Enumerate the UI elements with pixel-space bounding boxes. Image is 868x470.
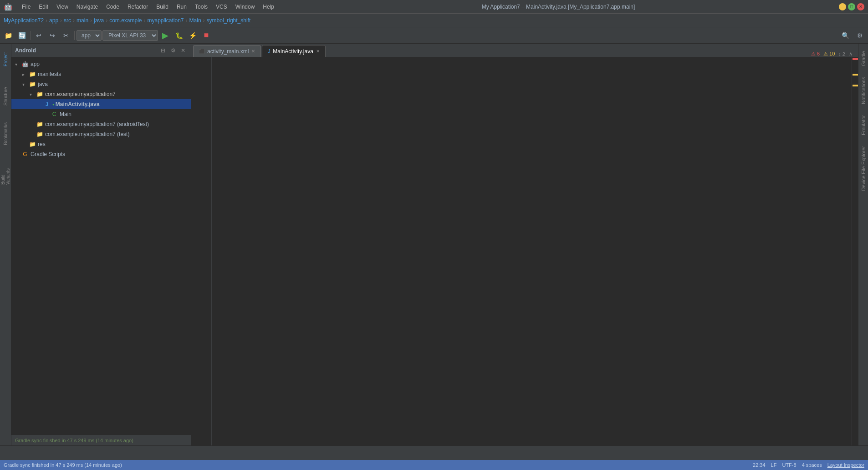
tree-item-label: manifests [38, 71, 61, 77]
tree-item-label: app [31, 61, 40, 67]
sync-button[interactable]: 🔄 [15, 29, 28, 42]
tree-item-res[interactable]: 📁res [11, 139, 191, 149]
minimize-button[interactable]: — [839, 3, 846, 10]
notifications-tab[interactable]: Notifications [859, 71, 868, 110]
breadcrumb-part-3[interactable]: main [77, 17, 88, 24]
tree-expand-icon[interactable]: ▾ [15, 62, 21, 67]
status-charset[interactable]: UTF-8 [782, 462, 796, 468]
structure-tab[interactable]: Structure [1, 83, 10, 110]
menu-item-code[interactable]: Code [102, 2, 123, 11]
breadcrumb-sep: › [144, 17, 146, 24]
menu-item-navigate[interactable]: Navigate [73, 2, 102, 11]
tree-expand-icon[interactable]: ▸ [22, 72, 29, 77]
menu-item-run[interactable]: Run [173, 2, 190, 11]
breadcrumb-part-6[interactable]: myapplication7 [148, 17, 184, 24]
tree-item-Gradle Scripts[interactable]: GGradle Scripts [11, 149, 191, 159]
editor-tabs: ⬛ activity_main.xml ✕ J MainActivity.jav… [191, 44, 858, 57]
project-tab[interactable]: Project [1, 45, 10, 73]
menu-item-file[interactable]: File [18, 2, 34, 11]
tree-item-MainActivity.java[interactable]: J●MainActivity.java [11, 99, 191, 109]
run-button[interactable]: ▶ [159, 29, 172, 42]
status-position[interactable]: 22:34 [753, 462, 766, 468]
close-button[interactable]: ✕ [857, 3, 864, 10]
tree-item-com.example.myapplication7.androidTest[interactable]: 📁com.example.myapplication7 (androidTest… [11, 119, 191, 129]
tree-active-indicator: ● [52, 102, 55, 106]
tab-mainactivity[interactable]: J MainActivity.java ✕ [262, 45, 325, 57]
menu-item-view[interactable]: View [53, 2, 72, 11]
bottom-toolbar [0, 445, 868, 460]
search-button[interactable]: 🔍 [839, 29, 852, 42]
sidebar-hide-button[interactable]: ✕ [179, 46, 187, 55]
breadcrumb-part-0[interactable]: MyApplication72 [4, 17, 44, 24]
tab-activity-main[interactable]: ⬛ activity_main.xml ✕ [193, 45, 261, 57]
code-content[interactable] [220, 57, 852, 445]
warning-mark-2[interactable] [853, 85, 858, 86]
tab-main-close[interactable]: ✕ [316, 49, 320, 54]
debug-button[interactable]: 🐛 [173, 29, 185, 42]
tree-item-icon: 📁 [29, 71, 36, 78]
profile-button[interactable]: ⚡ [186, 29, 199, 42]
right-error-gutter [852, 57, 858, 445]
tree-item-com.example.myapplication7.test[interactable]: 📁com.example.myapplication7 (test) [11, 129, 191, 139]
breadcrumb-part-5[interactable]: com.example [109, 17, 142, 24]
device-file-tab[interactable]: Device File Explorer [859, 141, 868, 196]
breadcrumb: MyApplication72›app›src›main›java›com.ex… [4, 17, 250, 24]
tree-item-label: MainActivity.java [56, 101, 99, 107]
tree-item-app[interactable]: ▾🤖app [11, 59, 191, 69]
menu-item-window[interactable]: Window [232, 2, 259, 11]
cut-button[interactable]: ✂ [60, 29, 72, 42]
toolbar: 📁 🔄 ↩ ↪ ✂ app Pixel XL API 33 ▶ 🐛 ⚡ ■ 🔍 … [0, 27, 868, 44]
emulator-tab[interactable]: Emulator [859, 110, 868, 141]
warning-mark-1[interactable] [853, 74, 858, 76]
sidebar-title: Android [15, 47, 36, 54]
project-tree: ▾🤖app▸📁manifests▾📁java▾📁com.example.myap… [11, 57, 191, 435]
sidebar-settings-button[interactable]: ⚙ [169, 46, 177, 55]
tree-item-label: Main [60, 111, 71, 117]
device-select[interactable]: Pixel XL API 33 [102, 30, 158, 41]
breadcrumb-sep: › [186, 17, 188, 24]
breadcrumb-part-1[interactable]: app [49, 17, 58, 24]
tree-expand-icon[interactable]: ▾ [30, 92, 36, 97]
tree-item-manifests[interactable]: ▸📁manifests [11, 69, 191, 79]
tree-expand-icon[interactable]: ▾ [22, 82, 29, 87]
menu-item-vcs[interactable]: VCS [212, 2, 231, 11]
gradle-tab[interactable]: Gradle [859, 45, 868, 71]
settings-button[interactable]: ⚙ [853, 29, 866, 42]
tree-item-label: java [38, 81, 48, 87]
status-indent[interactable]: 4 spaces [802, 462, 822, 468]
status-line-ending[interactable]: LF [771, 462, 777, 468]
bookmarks-tab[interactable]: Bookmarks [1, 120, 10, 147]
tree-item-Main[interactable]: CMain [11, 109, 191, 119]
editor-indicators: ⚠ 6 ⚠ 10 ↕ 2 ∧ [811, 51, 856, 57]
breadcrumb-sep: › [60, 17, 62, 24]
breadcrumb-sep: › [73, 17, 75, 24]
tab-activity-close[interactable]: ✕ [251, 49, 255, 54]
menu-item-build[interactable]: Build [153, 2, 172, 11]
toolbar-right: 🔍 ⚙ [839, 29, 866, 42]
breadcrumb-part-7[interactable]: Main [189, 17, 201, 24]
sidebar-collapse-button[interactable]: ⊟ [159, 46, 167, 55]
tree-item-com.example.myapplication7[interactable]: ▾📁com.example.myapplication7 [11, 89, 191, 99]
breadcrumb-part-4[interactable]: java [94, 17, 104, 24]
menu-item-edit[interactable]: Edit [35, 2, 52, 11]
menu-item-help[interactable]: Help [259, 2, 278, 11]
menu-item-tools[interactable]: Tools [191, 2, 211, 11]
project-sidebar: Android ⊟ ⚙ ✕ ▾🤖app▸📁manifests▾📁java▾📁co… [11, 44, 191, 445]
tree-item-icon: 📁 [36, 121, 43, 128]
menu-item-refactor[interactable]: Refactor [124, 2, 152, 11]
breadcrumb-part-2[interactable]: src [64, 17, 71, 24]
build-variants-tab[interactable]: Build Variants [1, 157, 10, 185]
tree-item-label: res [38, 141, 46, 147]
maximize-button[interactable]: □ [848, 3, 855, 10]
undo-button[interactable]: ↩ [32, 29, 45, 42]
info-indicator: ↕ 2 [838, 51, 845, 57]
project-structure-button[interactable]: 📁 [2, 29, 15, 42]
redo-button[interactable]: ↪ [46, 29, 59, 42]
run-config-select[interactable]: app [77, 30, 102, 41]
breadcrumb-part-8[interactable]: symbol_right_shift [207, 17, 251, 24]
layout-inspector-button[interactable]: Layout Inspector [827, 462, 864, 468]
error-mark-1[interactable] [853, 58, 858, 60]
tree-item-icon: 🤖 [21, 61, 29, 68]
stop-button[interactable]: ■ [200, 29, 213, 42]
tree-item-java[interactable]: ▾📁java [11, 79, 191, 89]
